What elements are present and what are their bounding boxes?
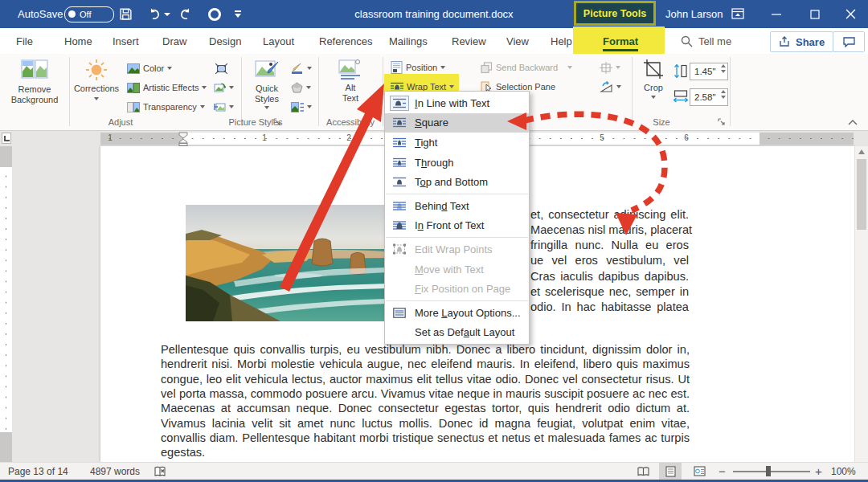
size-dialog-launcher[interactable] (718, 118, 726, 126)
height-input[interactable]: 1.45" (690, 63, 728, 80)
scrollbar-thumb[interactable] (857, 159, 866, 230)
wrap-option-in-line-with-text[interactable]: In Line with Text (385, 93, 529, 113)
tab-references[interactable]: References (317, 28, 374, 54)
align-button[interactable] (600, 59, 620, 76)
picture-tools-context-tab[interactable]: Picture Tools (574, 1, 656, 26)
title-bar: AutoSave Off classroom training document… (0, 0, 868, 28)
word-count[interactable]: 4897 words (90, 463, 140, 480)
undo-button[interactable] (147, 0, 170, 28)
remove-background-button[interactable]: Remove Background (5, 59, 64, 105)
body-paragraph[interactable]: Pellentesque quis convallis turpis, eu v… (161, 342, 690, 460)
proofing-status-button[interactable] (154, 463, 166, 480)
vertical-scrollbar[interactable] (854, 146, 868, 462)
wrap-option-fix-position[interactable]: Fix Position on Page (385, 279, 529, 299)
width-input[interactable]: 2.58" (690, 88, 728, 106)
color-icon (127, 63, 140, 74)
circle-icon (207, 7, 222, 22)
zoom-slider[interactable] (733, 471, 810, 472)
web-layout-button[interactable] (688, 463, 710, 480)
share-icon (779, 36, 791, 47)
zoom-slider-thumb[interactable] (766, 466, 771, 476)
tab-layout[interactable]: Layout (261, 28, 296, 54)
ruler-number: 6 (682, 133, 691, 142)
ribbon-tab-row: File Home Insert Draw Design Layout Refe… (0, 28, 868, 54)
tab-insert[interactable]: Insert (111, 28, 141, 54)
wrap-option-set-default-layout[interactable]: Set as Default Layout (385, 323, 529, 343)
wrap-option-behind-text[interactable]: Behind Text (385, 196, 529, 216)
wrap-option-square[interactable]: Square (385, 113, 529, 133)
picture-border-button[interactable] (291, 60, 312, 76)
minimize-icon (772, 10, 781, 19)
zoom-in-button[interactable]: + (815, 463, 822, 480)
close-button[interactable] (833, 0, 868, 28)
wrap-option-through[interactable]: Through (385, 153, 529, 173)
width-spinner[interactable] (721, 90, 726, 99)
document-picture[interactable] (186, 205, 387, 321)
tab-review[interactable]: Review (450, 28, 488, 54)
minimize-button[interactable] (759, 0, 794, 28)
tab-mailings[interactable]: Mailings (387, 28, 429, 54)
wrap-option-top-and-bottom[interactable]: Top and Bottom (385, 172, 529, 192)
tab-design[interactable]: Design (207, 28, 243, 54)
height-spinner[interactable] (721, 64, 726, 73)
read-mode-button[interactable] (632, 463, 654, 480)
wrap-option-tight[interactable]: Tight (385, 133, 529, 153)
zoom-out-button[interactable]: − (719, 463, 726, 480)
quick-styles-button[interactable]: Quick Styles (246, 59, 288, 109)
wrap-option-edit-wrap-points[interactable]: Edit Wrap Points (385, 239, 529, 259)
artistic-effects-button[interactable]: Artistic Effects (127, 80, 207, 96)
color-button[interactable]: Color (127, 60, 172, 76)
collapse-ribbon-button[interactable] (847, 115, 858, 129)
print-layout-button[interactable] (659, 463, 682, 480)
alt-text-button[interactable]: Alt Text (326, 59, 375, 104)
circle-button[interactable] (207, 0, 222, 28)
tab-format[interactable]: Format (601, 28, 640, 54)
rotate-button[interactable] (600, 79, 621, 95)
picture-styles-group-label: Picture Styles (219, 117, 293, 127)
wrap-option-move-with-text[interactable]: Move with Text (385, 259, 529, 280)
wrapped-paragraph[interactable]: et, consectetur adipiscing elit. Maecena… (530, 207, 689, 315)
collapse-ribbon-icon (847, 118, 858, 126)
save-button[interactable] (119, 0, 133, 28)
picture-effects-button[interactable] (291, 80, 311, 96)
position-button[interactable]: Position (391, 59, 445, 76)
tell-me-box[interactable]: Tell me (679, 28, 733, 54)
wrap-option-more-layout-options[interactable]: More Layout Options... (385, 303, 529, 323)
page-indicator[interactable]: Page 13 of 14 (8, 463, 68, 480)
indent-markers[interactable] (178, 132, 189, 146)
coastline-photo (186, 205, 387, 321)
tab-stop-selector[interactable] (2, 133, 11, 144)
wrap-tight-icon (391, 137, 408, 148)
customize-qat-button[interactable] (235, 0, 241, 28)
tab-file[interactable]: File (14, 28, 35, 54)
tab-home[interactable]: Home (63, 28, 94, 54)
autosave-toggle[interactable]: Off (64, 0, 114, 28)
crop-button[interactable]: Crop (637, 59, 670, 99)
ribbon-display-options-icon (731, 8, 744, 20)
send-backward-button[interactable]: Send Backward (481, 59, 572, 76)
change-picture-button[interactable] (214, 80, 234, 96)
corrections-button[interactable]: Corrections (74, 59, 119, 100)
share-button[interactable]: Share (770, 31, 833, 52)
wrap-text-menu: In Line with Text Square Tight Through T… (384, 91, 530, 345)
send-backward-icon (481, 62, 493, 73)
ribbon-display-options-button[interactable] (720, 0, 755, 28)
comments-button[interactable] (833, 31, 865, 52)
vertical-ruler[interactable] (0, 146, 12, 462)
maximize-button[interactable] (797, 0, 833, 28)
zoom-level[interactable]: 100% (831, 463, 856, 480)
tab-draw[interactable]: Draw (161, 28, 188, 54)
tab-view[interactable]: View (505, 28, 530, 54)
compress-picture-button[interactable] (215, 60, 227, 76)
redo-button[interactable] (178, 0, 193, 28)
picture-layout-button[interactable] (291, 99, 312, 115)
scroll-up-icon[interactable] (858, 149, 865, 154)
status-bar: Page 13 of 14 4897 words − + 100% (0, 462, 868, 482)
transparency-button[interactable]: Transparency (127, 99, 205, 115)
reset-picture-button[interactable] (214, 99, 234, 115)
wrap-inline-icon (390, 96, 409, 111)
picture-styles-dialog-launcher[interactable] (273, 118, 281, 126)
picture-border-icon (291, 63, 304, 74)
tab-help[interactable]: Help (549, 28, 574, 54)
wrap-option-in-front-of-text[interactable]: In Front of Text (385, 216, 529, 236)
